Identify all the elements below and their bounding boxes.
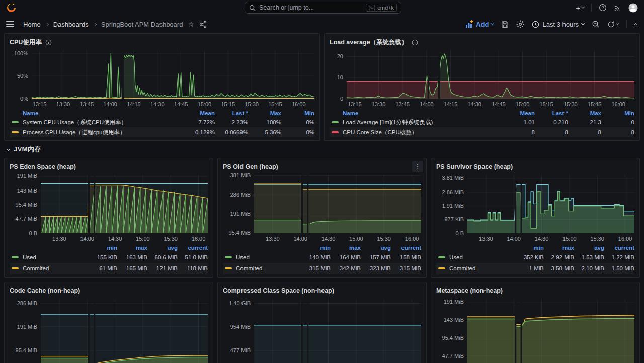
legend-column-header[interactable]: Max — [248, 110, 281, 116]
legend-series-label[interactable]: Load Average [1m](1分钟系统负载) — [330, 119, 502, 126]
legend-name-header[interactable]: Name — [10, 110, 182, 116]
chevron-down-icon — [7, 147, 10, 151]
menu-toggle-button[interactable] — [6, 21, 14, 27]
legend-column-header[interactable]: Mean — [502, 110, 535, 116]
panel-header[interactable]: CPU使用率 — [10, 36, 314, 48]
time-range-picker[interactable]: Last 3 hours — [532, 21, 584, 28]
legend-column-header[interactable]: Max — [568, 110, 601, 116]
breadcrumb-dashboards[interactable]: Dashboards — [53, 21, 89, 28]
news-button[interactable] — [614, 4, 621, 12]
y-axis: 01020 — [330, 50, 347, 99]
series-name: CPU Core Size（CPU核数） — [343, 129, 417, 136]
panel-header[interactable]: Compressed Class Space (non-heap) — [223, 285, 421, 297]
y-axis: 0 B47.7 MiB95.4 MiB143 MiB191 MiB — [436, 299, 467, 363]
panel-header[interactable]: Metaspace (non-heap) — [436, 285, 634, 297]
panel-header[interactable]: PS Old Gen (heap) — [223, 161, 421, 173]
legend-column-header[interactable]: max — [117, 245, 147, 251]
row-toggle-jvm-memory[interactable]: JVM内存 — [4, 141, 640, 158]
share-button[interactable] — [199, 21, 207, 28]
legend-name-header[interactable]: Name — [330, 110, 502, 116]
zoom-out-button[interactable] — [592, 20, 600, 28]
legend-column-header[interactable]: current — [391, 245, 421, 251]
chart-area: 0 B47.7 MiB95.4 MiB143 MiB191 MiB — [436, 299, 634, 363]
legend-value: 1.22 MiB — [604, 254, 634, 260]
panel-row-jvm-nonheap: Code Cache (non-heap)95.4 MiB191 MiB286 … — [4, 282, 640, 363]
dashboard-settings-button[interactable] — [516, 20, 524, 28]
x-axis: 13:1513:3013:4514:0014:1514:3014:4515:00… — [32, 100, 314, 108]
legend-series-label[interactable]: Commited — [436, 265, 514, 271]
legend-value: 8 — [535, 129, 568, 135]
collapse-toolbar-button[interactable] — [634, 22, 637, 26]
legend-column-header[interactable]: avg — [361, 245, 391, 251]
x-axis: 13:3014:0014:3015:0015:3016:00 — [254, 234, 421, 243]
legend-column-header[interactable]: current — [178, 245, 208, 251]
legend-value: 164 MiB — [331, 254, 361, 260]
legend-series-label[interactable]: Commited — [10, 265, 87, 271]
legend-series-label[interactable]: System CPU Usage（系统CPU使用率） — [10, 119, 182, 126]
plot-region[interactable] — [41, 175, 208, 233]
plot-region[interactable] — [467, 175, 634, 233]
legend-value: 121 MiB — [147, 265, 178, 271]
plot-region[interactable] — [32, 50, 314, 99]
legend-column-header[interactable]: min — [514, 245, 544, 251]
x-axis-label: 16:00 — [405, 236, 419, 242]
save-dashboard-button[interactable] — [501, 21, 509, 28]
panel-title: PS Eden Space (heap) — [10, 163, 76, 170]
legend-column-header[interactable]: avg — [147, 245, 178, 251]
legend-series-label[interactable]: Used — [223, 254, 300, 260]
legend-series-label[interactable]: Process CPU Usage（进程cpu使用率） — [10, 129, 182, 136]
refresh-button[interactable] — [607, 21, 619, 28]
series-color-swatch — [12, 267, 19, 269]
legend-series-label[interactable]: Used — [436, 254, 514, 260]
y-axis-label: 286 MiB — [230, 192, 251, 198]
series-color-swatch — [12, 256, 19, 258]
user-avatar[interactable] — [628, 3, 638, 13]
help-button[interactable]: ? — [599, 4, 607, 12]
panel-metaspace: Metaspace (non-heap)0 B47.7 MiB95.4 MiB1… — [431, 282, 640, 363]
panel-header[interactable]: Load average（系统负载） — [330, 36, 634, 48]
x-axis-label: 14:15 — [444, 101, 458, 107]
panel-header[interactable]: Code Cache (non-heap) — [10, 285, 208, 297]
panel-row-top: CPU使用率0%50%100%13:1513:3013:4514:0014:15… — [4, 33, 640, 141]
y-axis-label: 1.40 GiB — [229, 300, 251, 306]
legend-value: 2.92 MiB — [544, 254, 574, 260]
panel-menu-button[interactable]: ⋮ — [412, 161, 423, 172]
legend-column-header[interactable]: Last * — [215, 110, 248, 116]
legend-series-label[interactable]: CPU Core Size（CPU核数） — [330, 129, 502, 136]
x-axis-label: 15:15 — [221, 101, 235, 107]
plot-region[interactable] — [254, 175, 421, 233]
search-input[interactable]: Search or jump to... cmd+k — [245, 2, 401, 14]
legend-column-header[interactable]: Mean — [182, 110, 215, 116]
legend-column-header[interactable]: min — [87, 245, 117, 251]
legend-column-header[interactable]: Last * — [535, 110, 568, 116]
plot-region[interactable] — [467, 299, 634, 363]
favorite-star-button[interactable]: ☆ — [188, 20, 194, 28]
legend-column-header[interactable]: max — [544, 245, 574, 251]
breadcrumb-home[interactable]: Home — [23, 21, 41, 28]
x-axis-label: 15:30 — [564, 101, 578, 107]
new-item-button[interactable]: + — [576, 4, 584, 12]
x-axis-label: 15:00 — [516, 101, 530, 107]
x-axis-label: 14:30 — [108, 236, 122, 242]
panel-cpu-usage: CPU使用率0%50%100%13:1513:3013:4514:0014:15… — [4, 33, 320, 141]
legend-value: 315 MiB — [300, 265, 331, 271]
legend-column-header[interactable]: current — [604, 245, 634, 251]
series-color-swatch — [12, 121, 19, 123]
x-axis-label: 14:00 — [420, 101, 434, 107]
legend-column-header[interactable]: Min — [601, 110, 634, 116]
plot-region[interactable] — [347, 50, 634, 99]
panel-header[interactable]: PS Eden Space (heap) — [10, 161, 208, 173]
plot-region[interactable] — [41, 299, 208, 363]
legend-column-header[interactable]: max — [331, 245, 361, 251]
legend-value: 165 MiB — [117, 265, 147, 271]
legend-column-header[interactable]: avg — [574, 245, 604, 251]
panel-header[interactable]: PS Survivor Space (heap) — [436, 161, 634, 173]
x-axis-label: 13:30 — [56, 101, 70, 107]
legend-column-header[interactable]: Min — [281, 110, 314, 116]
grafana-logo[interactable] — [6, 2, 17, 13]
legend-series-label[interactable]: Commited — [223, 265, 300, 271]
add-panel-button[interactable]: Add — [465, 20, 494, 28]
plot-region[interactable] — [254, 299, 421, 363]
legend-series-label[interactable]: Used — [10, 254, 87, 260]
legend-column-header[interactable]: min — [300, 245, 331, 251]
